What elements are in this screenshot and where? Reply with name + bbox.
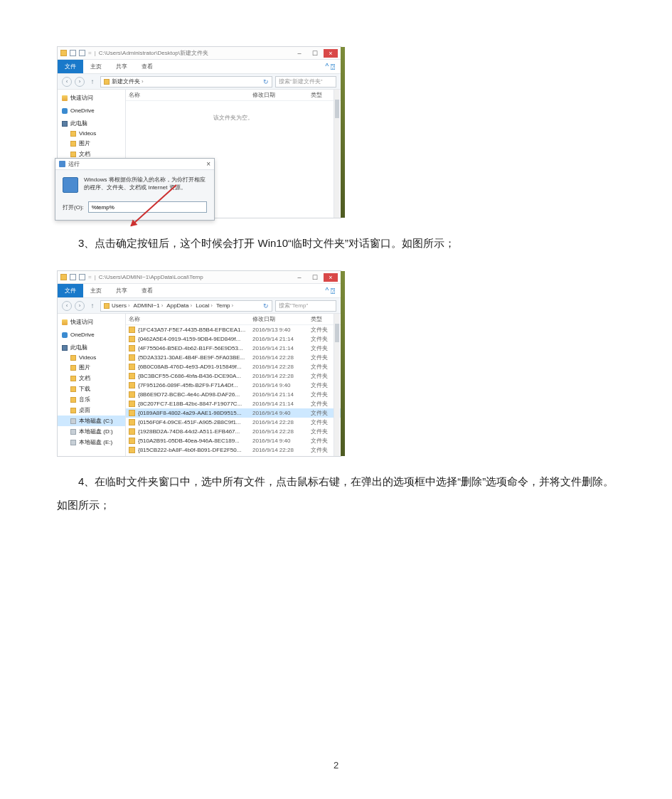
sidebar-thispc[interactable]: 此电脑 <box>58 118 125 129</box>
scrollbar[interactable] <box>334 90 340 218</box>
file-row[interactable]: {6B0C08AB-476D-4e93-AD91-915849f...2016/… <box>126 362 341 371</box>
refresh-icon[interactable]: ↻ <box>263 78 269 85</box>
search-input[interactable]: 搜索"Temp" <box>275 300 336 312</box>
close-button[interactable]: × <box>324 273 338 282</box>
file-row[interactable]: {8C207FC7-E18B-42bc-8847-F19077C...2016/… <box>126 399 341 408</box>
file-row[interactable]: {BC3BCF55-C686-4bfa-B436-DCE90A...2016/9… <box>126 371 341 381</box>
page-number: 2 <box>334 760 338 771</box>
breadcrumb[interactable]: AppData <box>166 302 193 309</box>
disk-icon <box>70 429 76 435</box>
sidebar-quick-access[interactable]: 快速访问 <box>58 317 125 327</box>
file-date: 2016/9/14 21:14 <box>252 391 311 398</box>
column-date[interactable]: 修改日期 <box>252 315 311 323</box>
breadcrumb[interactable]: Users <box>112 302 132 309</box>
file-row[interactable]: {7F951266-089F-45fb-B2F9-F71A4Df...2016/… <box>126 381 341 390</box>
file-date: 2016/9/14 9:40 <box>252 410 311 416</box>
file-row[interactable]: {815CB222-bA8F-4b0f-B091-DFE2F50...2016/… <box>126 445 341 455</box>
ribbon-file-tab[interactable]: 文件 <box>58 284 83 297</box>
sidebar-item[interactable]: Videos <box>58 353 125 362</box>
folder-icon <box>129 438 135 444</box>
ribbon-help-icon[interactable]: ^ ⍰ <box>320 63 341 70</box>
address-input[interactable]: Users ADMINI~1 AppData Local Temp ↻ <box>100 300 272 312</box>
star-icon <box>62 319 68 325</box>
column-name[interactable]: 名称 <box>129 91 252 99</box>
close-button[interactable]: × <box>324 49 338 58</box>
empty-folder-text: 该文件夹为空。 <box>126 101 341 134</box>
scrollbar[interactable] <box>334 314 340 456</box>
nav-forward-button[interactable]: › <box>75 77 85 87</box>
open-label: 打开(O): <box>63 203 84 211</box>
window-titlebar: = | C:\Users\Administrator\Desktop\新建文件夹… <box>58 47 341 60</box>
nav-up-button[interactable]: ↑ <box>87 77 97 87</box>
ribbon-tab[interactable]: 共享 <box>109 287 134 295</box>
file-name: {0156F0F4-09CE-451F-A905-2B8C9f1... <box>138 419 252 425</box>
breadcrumb[interactable]: Temp <box>216 302 235 309</box>
folder-icon <box>129 354 135 361</box>
file-row[interactable]: {4F755046-B5ED-4b62-B1FF-56E9D53...2016/… <box>126 344 341 353</box>
address-input[interactable]: 新建文件夹 ↻ <box>100 76 272 88</box>
folder-icon <box>70 141 76 147</box>
file-date: 2016/9/14 22:28 <box>252 428 311 435</box>
ribbon-help-icon[interactable]: ^ ⍰ <box>320 287 341 295</box>
file-row[interactable]: {8B6E9D72-BCBC-4e4c-AD98-DAF26...2016/9/… <box>126 390 341 399</box>
file-row[interactable]: {0189A8F8-4802-4a29-AAE1-98D9515...2016/… <box>126 408 341 418</box>
ribbon-tab[interactable]: 查看 <box>134 63 160 70</box>
refresh-icon[interactable]: ↻ <box>263 302 269 309</box>
file-row[interactable]: {510A2B91-05DB-40ea-946A-8EC189...2016/9… <box>126 436 341 445</box>
sidebar-quick-access[interactable]: 快速访问 <box>58 92 125 103</box>
file-row[interactable]: {5D2A3321-30AE-4B4F-BE9F-5FA03BE...2016/… <box>126 353 341 362</box>
run-icon <box>59 161 65 167</box>
ribbon-tab[interactable]: 主页 <box>83 287 109 295</box>
folder-icon <box>129 336 135 342</box>
dialog-close-button[interactable]: × <box>206 160 210 168</box>
nav-back-button[interactable]: ‹ <box>62 77 72 87</box>
sidebar-item[interactable]: 文档 <box>58 373 125 383</box>
ribbon-tab[interactable]: 主页 <box>83 63 109 70</box>
nav-up-button[interactable]: ↑ <box>87 301 97 311</box>
breadcrumb[interactable]: Local <box>196 302 214 309</box>
cloud-icon <box>62 108 68 114</box>
file-row[interactable]: {1928BD2A-74D8-44d2-A511-EFB467...2016/9… <box>126 427 341 436</box>
sidebar-onedrive[interactable]: OneDrive <box>58 106 125 115</box>
file-row[interactable]: {0156F0F4-09CE-451F-A905-2B8C9f1...2016/… <box>126 418 341 427</box>
sidebar-item[interactable]: 下载 <box>58 383 125 394</box>
sidebar-drive-e[interactable]: 本地磁盘 (E:) <box>58 437 125 448</box>
file-date: 2016/9/14 21:14 <box>252 401 311 407</box>
column-name[interactable]: 名称 <box>129 315 252 323</box>
separator: | <box>95 274 96 280</box>
maximize-button[interactable]: ☐ <box>308 49 322 58</box>
ribbon-tab[interactable]: 共享 <box>109 63 134 70</box>
folder-icon <box>129 391 135 398</box>
maximize-button[interactable]: ☐ <box>308 273 322 282</box>
sidebar-thispc[interactable]: 此电脑 <box>58 342 125 353</box>
column-date[interactable]: 修改日期 <box>252 91 311 99</box>
minimize-button[interactable]: – <box>292 273 306 282</box>
sidebar-drive-c[interactable]: 本地磁盘 (C:) <box>58 416 125 426</box>
file-date: 2016/9/14 22:28 <box>252 364 311 370</box>
file-row[interactable]: {0462A5E4-0919-4159-9DB4-9ED849f...2016/… <box>126 334 341 344</box>
sidebar-item[interactable]: 音乐 <box>58 394 125 405</box>
folder-icon <box>60 274 67 280</box>
sidebar-onedrive[interactable]: OneDrive <box>58 330 125 339</box>
sidebar-item[interactable]: Videos <box>58 129 125 138</box>
ribbon-tab[interactable]: 查看 <box>134 287 160 295</box>
breadcrumb[interactable]: 新建文件夹 <box>112 78 145 85</box>
file-row[interactable]: {1FC43A57-F5E7-4435-B5B4-EFBCEA1...2016/… <box>126 325 341 334</box>
folder-icon <box>129 345 135 351</box>
sidebar-item[interactable]: 图片 <box>58 138 125 149</box>
sidebar-item[interactable]: 图片 <box>58 362 125 373</box>
folder-icon <box>129 401 135 407</box>
search-input[interactable]: 搜索"新建文件夹" <box>275 76 336 88</box>
nav-back-button[interactable]: ‹ <box>62 301 72 311</box>
nav-forward-button[interactable]: › <box>75 301 85 311</box>
sidebar-item[interactable]: 桌面 <box>58 405 125 416</box>
folder-icon <box>70 386 76 392</box>
minimize-button[interactable]: – <box>292 49 306 58</box>
file-date: 2016/9/13 9:40 <box>252 327 311 333</box>
file-name: {7F951266-089F-45fb-B2F9-F71A4Df... <box>138 382 252 388</box>
breadcrumb[interactable]: ADMINI~1 <box>134 302 165 309</box>
sidebar-drive-d[interactable]: 本地磁盘 (D:) <box>58 426 125 437</box>
column-headers: 名称 修改日期 类型 <box>126 314 341 325</box>
file-name: {8C207FC7-E18B-42bc-8847-F19077C... <box>138 401 252 407</box>
ribbon-file-tab[interactable]: 文件 <box>58 60 83 73</box>
